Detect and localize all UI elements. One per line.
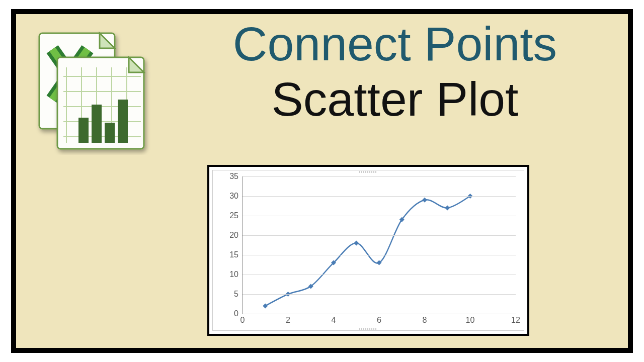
gridline [243, 294, 516, 295]
chart-drag-handle-top[interactable] [359, 171, 377, 173]
title-block: Connect Points Scatter Plot [182, 19, 608, 125]
svg-rect-15 [92, 105, 102, 143]
x-tick-label: 2 [286, 314, 290, 325]
title-line-2: Scatter Plot [182, 74, 608, 125]
x-tick-label: 4 [332, 314, 336, 325]
title-line-1: Connect Points [182, 19, 608, 69]
chart-embedded: 05101520253035024681012 [212, 170, 524, 331]
x-tick-label: 0 [240, 314, 245, 325]
chart-drag-handle-bottom[interactable] [359, 328, 377, 330]
x-tick-label: 10 [466, 314, 475, 325]
y-tick-label: 30 [229, 192, 243, 201]
y-tick-label: 25 [229, 211, 243, 220]
slide-frame: Connect Points Scatter Plot 051015202530… [11, 9, 633, 353]
x-tick-label: 8 [423, 314, 427, 325]
gridline [243, 196, 516, 197]
svg-rect-17 [118, 100, 128, 143]
plot-area: 05101520253035024681012 [242, 176, 516, 314]
svg-rect-14 [78, 118, 89, 143]
x-tick-label: 12 [511, 314, 520, 325]
x-tick-label: 6 [377, 314, 381, 325]
chart-container: 05101520253035024681012 [207, 165, 529, 336]
y-tick-label: 5 [234, 290, 243, 299]
y-tick-label: 10 [229, 270, 243, 279]
gridline [243, 216, 516, 216]
gridline [243, 176, 516, 177]
y-tick-label: 20 [229, 231, 243, 240]
excel-chart-icon [22, 24, 153, 155]
y-tick-label: 15 [229, 250, 243, 259]
gridline [243, 255, 516, 255]
svg-rect-16 [105, 123, 115, 143]
chart-series-svg [243, 176, 516, 314]
gridline [243, 275, 516, 275]
y-tick-label: 35 [229, 172, 243, 181]
gridline [243, 235, 516, 236]
